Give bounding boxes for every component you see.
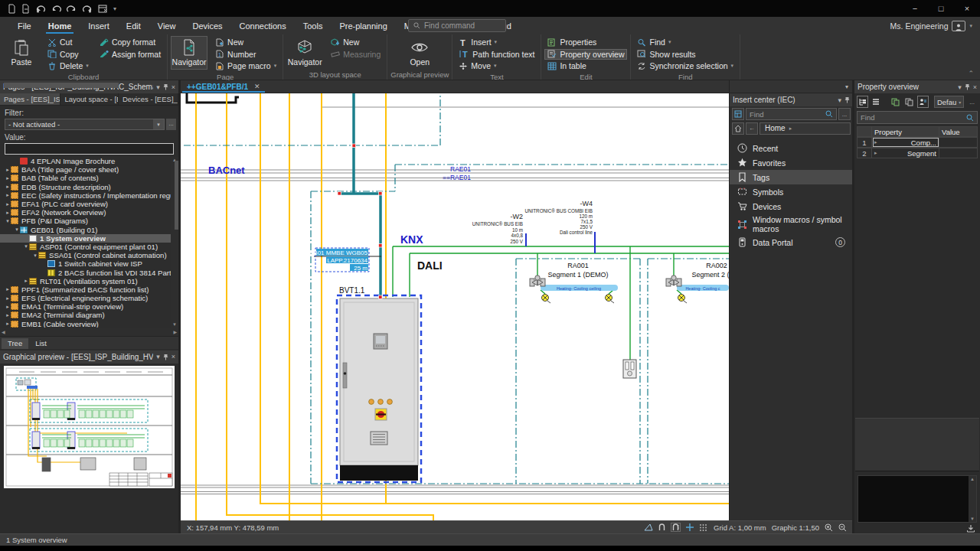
tree-expand-icon[interactable]: ▸	[5, 304, 11, 310]
tab-list[interactable]: List	[29, 338, 53, 349]
grid-icon[interactable]	[699, 523, 708, 531]
preview-dropdown-icon[interactable]: ▾	[156, 353, 160, 360]
tree-item[interactable]: 1 Switch cabinet view ISP	[0, 259, 171, 268]
tree-expand-icon[interactable]: ▸	[5, 210, 11, 216]
insert-item-tags[interactable]: Tags	[730, 170, 853, 184]
coordinate-crosshair-icon[interactable]	[686, 523, 694, 531]
assign-format-button[interactable]: Assign format	[96, 49, 164, 60]
tree-item[interactable]: ▸EFA1 (PLC card overview)	[0, 200, 171, 208]
cut-button[interactable]: Cut	[44, 37, 92, 48]
redo-icon[interactable]	[67, 4, 77, 14]
insert-item-devices[interactable]: Devices	[730, 199, 853, 214]
new-page-button[interactable]: New	[212, 37, 279, 48]
panel-close-icon[interactable]: ×	[172, 83, 175, 91]
tree-item[interactable]: ▾PFB (P&I Diagrams)	[0, 217, 171, 225]
dock-caret-icon[interactable]: ▾	[845, 83, 848, 90]
property-find-input[interactable]: Find	[857, 111, 978, 124]
show-results-button[interactable]: Show results	[634, 49, 737, 60]
cancel-action-icon[interactable]	[98, 4, 108, 14]
property-cell-component[interactable]: ▸Comp...	[872, 137, 939, 148]
back-icon[interactable]: ←	[746, 122, 758, 135]
property-row[interactable]: 1 ▸Comp...	[857, 137, 978, 148]
property-overview-pin-icon[interactable]	[965, 83, 970, 90]
tree-item[interactable]: ▸RLT01 (Ventilation system 01)	[0, 277, 171, 285]
insert-center-pin-icon[interactable]	[844, 96, 850, 103]
tree-item[interactable]: ▸EMB1 (Cable overview)	[0, 320, 171, 328]
menu-tab-edit[interactable]: Edit	[118, 17, 149, 34]
property-overview-dropdown-icon[interactable]: ▾	[958, 83, 962, 91]
insert-item-favorites[interactable]: Favorites	[730, 155, 853, 170]
panel-dropdown-icon[interactable]: ▾	[156, 83, 160, 91]
number-pages-button[interactable]: 1 Number	[212, 49, 279, 60]
home-icon[interactable]	[732, 122, 744, 135]
object-snap-icon[interactable]	[672, 523, 679, 531]
find-command-box[interactable]: Find command	[408, 19, 506, 32]
copy-properties-icon[interactable]	[890, 96, 902, 108]
move-text-button[interactable]: Move▾	[456, 60, 537, 72]
property-overview-button[interactable]: Property overview	[544, 49, 627, 60]
tree-expand-icon[interactable]: ▸	[5, 167, 11, 173]
user-area[interactable]: Ms. Engineering ▾	[890, 17, 972, 34]
insert-item-symbols[interactable]: Symbols	[730, 184, 853, 199]
open-project-icon[interactable]	[21, 4, 30, 14]
delete-button[interactable]: Delete▾	[44, 60, 92, 72]
panel-pin-icon[interactable]	[163, 83, 168, 90]
menu-tab-insert[interactable]: Insert	[80, 17, 118, 34]
filter-list-icon[interactable]	[732, 108, 744, 120]
insert-text-button[interactable]: T Insert▾	[456, 37, 537, 48]
tree-horizontal-scrollbar[interactable]: ◀ ▶	[0, 328, 178, 336]
tree-item[interactable]: ▸EMA1 (Terminal-strip overview)	[0, 302, 171, 311]
document-tab-close-icon[interactable]: ✕	[254, 83, 260, 90]
value-input[interactable]	[5, 143, 174, 155]
tree-item[interactable]: ▸EEC (Safety instructions / Implementati…	[0, 191, 171, 200]
menu-tab-tools[interactable]: Tools	[295, 17, 332, 34]
maximize-button[interactable]: □	[928, 0, 954, 17]
apply-download-icon[interactable]	[966, 524, 975, 533]
minimize-button[interactable]: −	[902, 0, 928, 17]
tree-item[interactable]: ▸BAB (Table of contents)	[0, 174, 171, 182]
zoom-in-icon[interactable]	[825, 523, 833, 532]
tree-expand-icon[interactable]: ▾	[5, 218, 11, 224]
insert-center-search-input[interactable]: Find	[746, 108, 837, 120]
preview-thumbnail[interactable]	[4, 366, 175, 488]
undo-list-icon[interactable]	[35, 4, 46, 14]
scheme-dropdown[interactable]: Defau ▾	[934, 96, 964, 108]
undo-icon[interactable]	[51, 4, 61, 14]
scroll-right-icon[interactable]: ▶	[173, 329, 177, 334]
redo-list-icon[interactable]	[82, 4, 93, 14]
tree-vertical-scrollbar[interactable]: ▲ ▼	[171, 157, 178, 328]
qat-customize-caret-icon[interactable]: ▾	[113, 5, 116, 12]
draft-mode-icon[interactable]	[644, 523, 653, 531]
expand-icon[interactable]: ▸	[874, 139, 877, 145]
measuring-button[interactable]: Measuring	[328, 49, 384, 60]
insert-item-recent[interactable]: Recent	[730, 141, 853, 155]
tab-pages[interactable]: Pages - [EES]_ISP_...	[0, 93, 60, 105]
tab-tree[interactable]: Tree	[2, 338, 28, 349]
menu-tab-devices[interactable]: Devices	[184, 17, 230, 34]
open-preview-button[interactable]: Open	[401, 36, 438, 70]
in-table-button[interactable]: In table	[544, 60, 627, 72]
tree-item[interactable]: ▸EFA2 (Network Overview)	[0, 208, 171, 217]
property-row[interactable]: 2 ▸Segment	[857, 148, 978, 158]
property-more-button[interactable]: ...	[966, 96, 978, 108]
tree-view-icon[interactable]	[857, 96, 868, 108]
insert-center-more-button[interactable]: ...	[838, 108, 851, 120]
insert-item-data-portal[interactable]: Data Portal 0	[730, 235, 853, 249]
tree-item[interactable]: ▾SSA01 (Control cabinet automation)	[0, 251, 171, 259]
tree-item[interactable]: 1 System overview	[0, 234, 171, 243]
property-overview-close-icon[interactable]: ×	[973, 83, 977, 91]
menu-tab-file[interactable]: File	[9, 17, 40, 34]
property-cell-segment[interactable]: ▸Segment	[872, 148, 939, 158]
filter-more-button[interactable]: ...	[166, 119, 176, 130]
copy-format-button[interactable]: Copy format	[96, 37, 164, 48]
tree-item[interactable]: 2 BACS function list VDI 3814 Part 4.3	[0, 268, 171, 276]
list-view-icon[interactable]	[871, 96, 882, 108]
tree-item[interactable]: ▸EFS (Electrical engineering schematic)	[0, 294, 171, 302]
tree-expand-icon[interactable]: ▸	[5, 201, 11, 207]
path-function-text-button[interactable]: T Path function text	[456, 49, 537, 60]
insert-item-window-macros[interactable]: Window macros / symbol macros	[730, 214, 853, 235]
breadcrumb[interactable]: Home ▸	[760, 122, 851, 135]
value-cell[interactable]	[939, 137, 978, 148]
property-value-preview[interactable]: ▲▼	[858, 475, 977, 523]
tree-expand-icon[interactable]: ▾	[14, 227, 20, 233]
